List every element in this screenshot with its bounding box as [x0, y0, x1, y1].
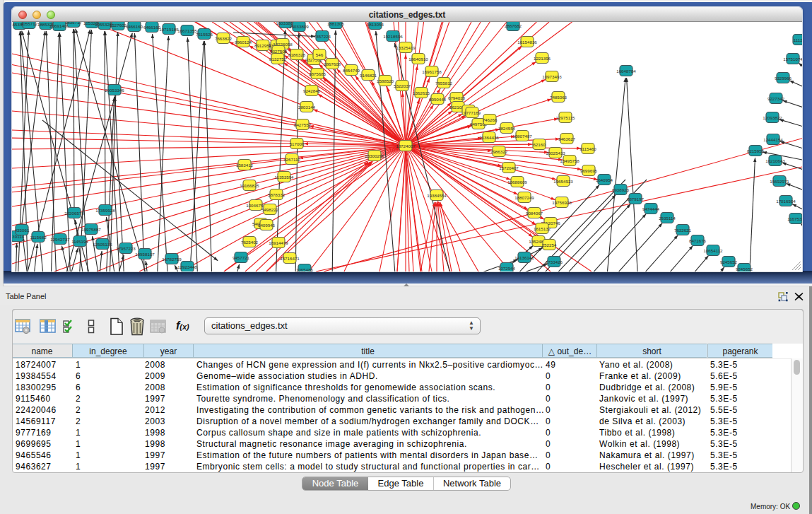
svg-text:435061: 435061	[15, 228, 30, 233]
svg-text:9474444: 9474444	[642, 206, 660, 211]
svg-text:10688609: 10688609	[507, 180, 527, 185]
svg-text:2935114: 2935114	[659, 216, 676, 221]
svg-text:7485063: 7485063	[550, 95, 567, 100]
svg-text:8960124: 8960124	[235, 40, 252, 45]
svg-text:9084067: 9084067	[526, 211, 543, 216]
svg-text:7632621: 7632621	[674, 228, 692, 233]
svg-text:15692971: 15692971	[770, 179, 789, 184]
svg-text:13495758: 13495758	[560, 158, 579, 163]
svg-text:18640910: 18640910	[408, 57, 428, 62]
svg-text:20206578: 20206578	[64, 211, 84, 216]
svg-text:3824554: 3824554	[498, 126, 516, 131]
svg-text:9227342: 9227342	[767, 96, 785, 101]
svg-text:2867608: 2867608	[324, 62, 341, 66]
svg-text:19166825: 19166825	[240, 183, 259, 188]
svg-text:3813054: 3813054	[367, 22, 384, 27]
svg-text:16961758: 16961758	[422, 69, 442, 74]
svg-text:9699695: 9699695	[580, 168, 598, 173]
svg-text:11123: 11123	[794, 37, 802, 42]
svg-text:19756928: 19756928	[552, 200, 572, 205]
svg-text:17957223: 17957223	[116, 246, 136, 251]
svg-text:6990448: 6990448	[429, 97, 447, 102]
svg-text:18807249: 18807249	[514, 195, 534, 200]
svg-text:9329966: 9329966	[775, 76, 792, 81]
svg-text:16671355: 16671355	[177, 28, 197, 33]
svg-text:7955812: 7955812	[435, 81, 453, 86]
svg-text:15716471: 15716471	[280, 256, 300, 261]
svg-text:9777169: 9777169	[464, 110, 481, 115]
svg-text:1221396: 1221396	[534, 56, 551, 61]
svg-text:252254: 252254	[542, 243, 557, 247]
svg-text:1167531: 1167531	[787, 216, 802, 221]
svg-text:12942737: 12942737	[50, 237, 70, 242]
svg-text:517006: 517006	[290, 141, 305, 146]
svg-text:19975887: 19975887	[81, 227, 101, 232]
svg-text:16648784: 16648784	[616, 69, 636, 74]
svg-text:8132752: 8132752	[269, 57, 287, 62]
svg-text:9146821: 9146821	[360, 73, 377, 78]
svg-text:4055712: 4055712	[20, 22, 38, 26]
svg-text:10973493: 10973493	[542, 74, 562, 79]
svg-text:5878332: 5878332	[268, 192, 286, 197]
svg-text:7986322: 7986322	[490, 149, 508, 154]
svg-text:12505135: 12505135	[93, 242, 112, 247]
svg-text:19384554: 19384554	[427, 193, 447, 198]
svg-text:10719185: 10719185	[159, 27, 179, 32]
svg-text:18724007: 18724007	[396, 144, 416, 148]
svg-text:9245652: 9245652	[720, 259, 738, 264]
svg-text:62160: 62160	[533, 142, 546, 147]
svg-text:14136141: 14136141	[514, 255, 534, 260]
svg-text:1640954: 1640954	[596, 177, 613, 182]
svg-text:9115460: 9115460	[579, 146, 596, 151]
svg-text:12444154: 12444154	[763, 137, 783, 142]
svg-text:1881305: 1881305	[327, 22, 345, 26]
svg-text:7515526: 7515526	[196, 32, 213, 37]
svg-text:12093822: 12093822	[763, 115, 782, 120]
svg-text:9245652: 9245652	[736, 267, 753, 271]
svg-text:15751074: 15751074	[783, 57, 802, 62]
svg-text:10958107: 10958107	[135, 252, 155, 257]
svg-text:1588520: 1588520	[377, 78, 394, 83]
svg-text:5409945: 5409945	[258, 223, 276, 228]
svg-text:8938923: 8938923	[612, 187, 630, 192]
svg-text:16033809: 16033809	[289, 24, 309, 29]
svg-text:1362615: 1362615	[413, 90, 430, 95]
svg-text:5322037: 5322037	[394, 83, 411, 88]
svg-text:1583412: 1583412	[236, 163, 254, 168]
svg-text:7357224: 7357224	[314, 34, 331, 39]
svg-text:6879197: 6879197	[627, 197, 645, 201]
svg-text:1145194: 1145194	[71, 239, 88, 244]
svg-text:29053346: 29053346	[105, 88, 124, 93]
svg-text:6466160: 6466160	[126, 24, 143, 29]
svg-text:17016504: 17016504	[776, 199, 796, 204]
svg-text:2887682: 2887682	[505, 23, 522, 28]
svg-text:7625402: 7625402	[241, 240, 259, 245]
svg-text:1072944: 1072944	[498, 266, 516, 271]
svg-text:12923448: 12923448	[177, 264, 197, 269]
svg-text:8215955: 8215955	[747, 148, 765, 153]
svg-text:6466160: 6466160	[143, 25, 161, 30]
svg-text:23300295: 23300295	[365, 153, 384, 158]
svg-text:8427552: 8427552	[294, 122, 312, 127]
svg-text:11353594: 11353594	[274, 175, 294, 180]
svg-text:8454749: 8454749	[343, 68, 360, 73]
svg-text:16154836: 16154836	[517, 40, 537, 45]
svg-text:1733426: 1733426	[546, 259, 563, 264]
svg-text:9463627: 9463627	[558, 136, 576, 141]
svg-text:5498222: 5498222	[261, 207, 279, 212]
svg-text:16914479: 16914479	[269, 240, 288, 245]
svg-text:3875685: 3875685	[309, 71, 326, 76]
svg-text:546: 546	[316, 52, 324, 57]
svg-text:10654112: 10654112	[703, 248, 723, 253]
svg-text:19218596: 19218596	[383, 34, 403, 39]
svg-text:13325419: 13325419	[396, 45, 416, 50]
svg-text:1615132: 1615132	[534, 226, 551, 231]
svg-text:7663822: 7663822	[215, 36, 233, 41]
svg-text:12975115: 12975115	[555, 115, 575, 120]
svg-text:8471676: 8471676	[689, 238, 707, 243]
svg-text:6794028: 6794028	[448, 95, 466, 100]
svg-text:9242848: 9242848	[303, 88, 321, 93]
svg-text:9457721: 9457721	[233, 255, 250, 260]
svg-text:17359928: 17359928	[95, 208, 115, 213]
svg-text:10807487: 10807487	[512, 134, 532, 139]
